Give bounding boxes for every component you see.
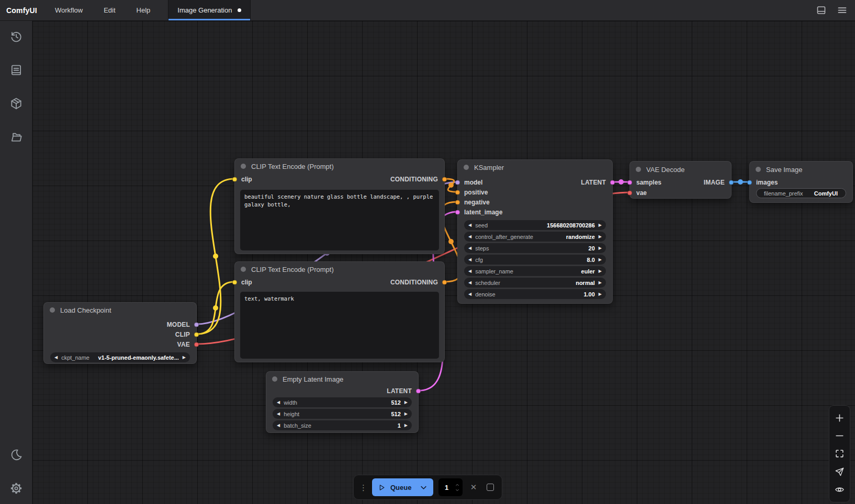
output-slot-conditioning[interactable] xyxy=(442,177,447,182)
stepper-up-icon[interactable] xyxy=(455,483,460,487)
node-header[interactable]: KSampler xyxy=(458,160,612,175)
collapse-dot[interactable] xyxy=(241,267,246,272)
stepper-down-icon[interactable] xyxy=(455,488,460,492)
toggle-links-icon[interactable] xyxy=(835,485,845,495)
arrow-left-icon[interactable]: ◀ xyxy=(468,235,471,239)
widget-width[interactable]: ◀ width 512 ▶ xyxy=(273,397,412,407)
arrow-left-icon[interactable]: ◀ xyxy=(54,356,58,360)
collapse-dot[interactable] xyxy=(464,165,469,170)
arrow-right-icon[interactable]: ▶ xyxy=(599,258,602,262)
node-header[interactable]: Load Checkpoint xyxy=(44,303,196,317)
node-load-checkpoint[interactable]: Load Checkpoint MODEL CLIP VAE ◀ ckpt_na… xyxy=(43,302,197,364)
output-label-vae: VAE xyxy=(177,341,190,348)
widget-control-after-generate[interactable]: ◀ control_after_generate randomize ▶ xyxy=(464,232,606,242)
widget-scheduler[interactable]: ◀ scheduler normal ▶ xyxy=(464,278,606,288)
node-header[interactable]: VAE Decode xyxy=(630,162,731,177)
theme-icon[interactable] xyxy=(9,448,24,462)
panel-toggle-icon[interactable] xyxy=(815,5,827,16)
zoom-out-icon[interactable] xyxy=(835,431,845,441)
menu-workflow[interactable]: Workflow xyxy=(44,0,93,20)
input-slot-samples[interactable] xyxy=(627,180,632,185)
output-slot-clip[interactable] xyxy=(194,332,199,337)
input-slot-latent-image[interactable] xyxy=(455,210,460,214)
queue-button[interactable]: Queue xyxy=(372,478,433,496)
widget-filename-prefix[interactable]: filename_prefix ComfyUI xyxy=(756,188,846,198)
collapse-dot[interactable] xyxy=(756,167,761,172)
node-header[interactable]: Save Image xyxy=(750,162,852,177)
widget-cfg[interactable]: ◀ cfg 8.0 ▶ xyxy=(464,255,606,265)
prompt-textarea[interactable]: beautiful scenery nature glass bottle la… xyxy=(240,190,439,250)
zoom-in-icon[interactable] xyxy=(835,413,845,423)
stop-icon[interactable] xyxy=(485,481,496,494)
widget-batch-size[interactable]: ◀ batch_size 1 ▶ xyxy=(273,420,412,430)
arrow-right-icon[interactable]: ▶ xyxy=(599,246,602,250)
node-header[interactable]: CLIP Text Encode (Prompt) xyxy=(235,262,444,277)
widget-ckpt-name[interactable]: ◀ ckpt_name v1-5-pruned-emaonly.safete..… xyxy=(50,352,190,362)
node-clip-text-encode-negative[interactable]: CLIP Text Encode (Prompt) clip CONDITION… xyxy=(234,261,445,362)
settings-icon[interactable] xyxy=(9,481,24,496)
input-slot-negative[interactable] xyxy=(455,200,460,204)
menu-help[interactable]: Help xyxy=(126,0,161,20)
widget-height[interactable]: ◀ height 512 ▶ xyxy=(273,409,412,419)
tab-image-generation[interactable]: Image Generation xyxy=(168,0,251,20)
node-clip-text-encode-positive[interactable]: CLIP Text Encode (Prompt) clip CONDITION… xyxy=(234,158,445,254)
node-save-image[interactable]: Save Image images filename_prefix ComfyU… xyxy=(749,161,853,203)
arrow-left-icon[interactable]: ◀ xyxy=(468,246,471,250)
arrow-right-icon[interactable]: ▶ xyxy=(599,223,602,227)
node-vae-decode[interactable]: VAE Decode samples IMAGE vae xyxy=(629,161,732,199)
widget-seed[interactable]: ◀ seed 156680208700286 ▶ xyxy=(464,220,606,230)
collapse-dot[interactable] xyxy=(241,164,246,169)
arrow-left-icon[interactable]: ◀ xyxy=(277,412,280,416)
pointer-icon[interactable] xyxy=(835,466,845,477)
workflows-icon[interactable] xyxy=(9,130,24,144)
fit-view-icon[interactable] xyxy=(835,449,845,459)
cancel-icon[interactable]: ✕ xyxy=(468,481,479,494)
output-slot-model[interactable] xyxy=(194,322,199,327)
node-canvas[interactable]: Load Checkpoint MODEL CLIP VAE ◀ ckpt_na… xyxy=(32,21,855,504)
output-slot-latent[interactable] xyxy=(416,389,421,394)
arrow-right-icon[interactable]: ▶ xyxy=(404,400,408,405)
arrow-left-icon[interactable]: ◀ xyxy=(468,281,471,285)
menu-icon[interactable] xyxy=(836,5,848,16)
output-slot-conditioning[interactable] xyxy=(442,280,447,285)
queue-list-icon[interactable] xyxy=(9,63,24,77)
input-slot-images[interactable] xyxy=(747,180,752,185)
arrow-left-icon[interactable]: ◀ xyxy=(468,292,471,296)
widget-steps[interactable]: ◀ steps 20 ▶ xyxy=(464,243,606,253)
arrow-right-icon[interactable]: ▶ xyxy=(599,281,602,285)
arrow-left-icon[interactable]: ◀ xyxy=(468,223,471,227)
input-slot-model[interactable] xyxy=(455,180,460,185)
input-slot-clip[interactable] xyxy=(232,280,237,285)
input-slot-clip[interactable] xyxy=(232,177,237,182)
input-slot-positive[interactable] xyxy=(455,190,460,194)
arrow-right-icon[interactable]: ▶ xyxy=(599,292,602,296)
output-slot-image[interactable] xyxy=(729,180,734,185)
arrow-left-icon[interactable]: ◀ xyxy=(277,423,280,428)
output-slot-vae[interactable] xyxy=(194,342,199,347)
arrow-left-icon[interactable]: ◀ xyxy=(277,400,280,405)
node-header[interactable]: CLIP Text Encode (Prompt) xyxy=(235,159,444,174)
batch-count-input[interactable]: 1 xyxy=(438,478,463,496)
node-ksampler[interactable]: KSampler model LATENT positive negative … xyxy=(457,159,613,304)
arrow-right-icon[interactable]: ▶ xyxy=(599,269,602,273)
node-empty-latent-image[interactable]: Empty Latent Image LATENT ◀ width 512 ▶ … xyxy=(266,371,419,433)
arrow-right-icon[interactable]: ▶ xyxy=(183,356,186,360)
drag-handle-icon[interactable]: ⋮ xyxy=(359,484,367,491)
arrow-left-icon[interactable]: ◀ xyxy=(468,269,471,273)
node-header[interactable]: Empty Latent Image xyxy=(266,372,418,386)
widget-denoise[interactable]: ◀ denoise 1.00 ▶ xyxy=(464,289,606,299)
arrow-right-icon[interactable]: ▶ xyxy=(599,235,602,239)
node-library-icon[interactable] xyxy=(9,96,24,111)
widget-sampler-name[interactable]: ◀ sampler_name euler ▶ xyxy=(464,266,606,276)
arrow-right-icon[interactable]: ▶ xyxy=(404,423,408,428)
history-icon[interactable] xyxy=(9,29,24,44)
arrow-right-icon[interactable]: ▶ xyxy=(404,412,408,416)
prompt-textarea[interactable]: text, watermark xyxy=(240,292,439,359)
output-slot-latent[interactable] xyxy=(610,180,615,185)
collapse-dot[interactable] xyxy=(636,167,641,172)
collapse-dot[interactable] xyxy=(50,307,55,313)
input-slot-vae[interactable] xyxy=(627,191,632,196)
menu-edit[interactable]: Edit xyxy=(93,0,126,20)
arrow-left-icon[interactable]: ◀ xyxy=(468,258,471,262)
collapse-dot[interactable] xyxy=(272,376,277,382)
